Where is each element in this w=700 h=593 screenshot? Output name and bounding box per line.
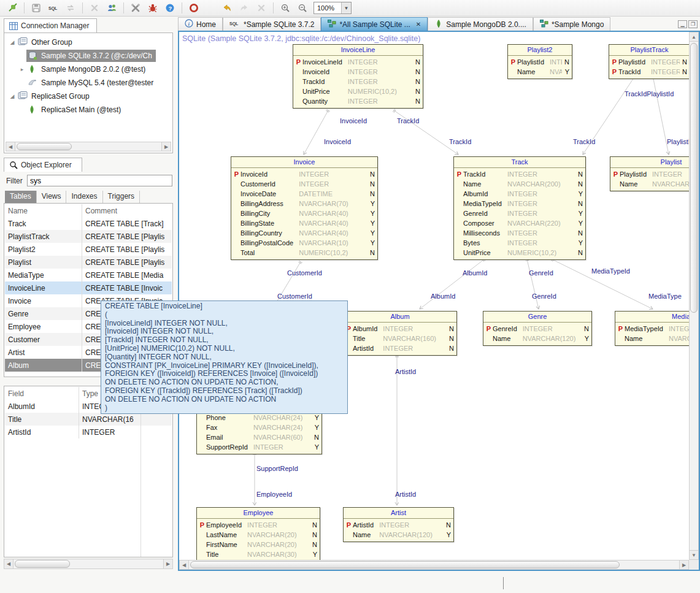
field-row-artistid[interactable]: ArtistIdINTEGER — [5, 426, 172, 438]
tree-item-label: ReplicaSet Main (@test) — [41, 105, 121, 114]
connection-manager-header[interactable]: Connection Manager — [4, 18, 97, 33]
scroll-up-icon[interactable]: ▲ — [690, 33, 698, 42]
column-name: PlaylistId — [517, 57, 544, 67]
table-row-playlist[interactable]: PlaylistCREATE TABLE [Playlis — [5, 256, 172, 269]
entity-invoiceline[interactable]: InvoiceLinePInvoiceLineIdINTEGERNInvoice… — [293, 44, 423, 109]
table-row-playlist2[interactable]: Playlist2CREATE TABLE [Playlis — [5, 243, 172, 256]
redo-icon[interactable] — [237, 1, 252, 15]
zoom-level-select[interactable]: 100% ▼ — [313, 2, 352, 14]
tree-item-other-group[interactable]: ◢Other Group — [6, 36, 171, 49]
entity-genre[interactable]: GenrePGenreIdINTEGERNNameNVARCHAR(120)Y — [483, 311, 592, 346]
svg-text:SQL: SQL — [48, 6, 58, 11]
entity-album[interactable]: AlbumPAlbumIdINTEGERNTitleNVARCHAR(160)N… — [343, 311, 457, 356]
bug-icon[interactable] — [145, 1, 160, 15]
scroll-left-icon[interactable]: ◀ — [180, 560, 189, 569]
tab-views[interactable]: Views — [37, 191, 67, 203]
collapsed-expander-icon[interactable]: ▸ — [18, 66, 26, 72]
chevron-down-icon: ▼ — [341, 2, 351, 13]
entity-artist[interactable]: ArtistPArtistIdINTEGERNNameNVARCHAR(120)… — [343, 507, 454, 542]
scrollbar-thumb[interactable] — [190, 561, 620, 568]
entity-playlisttrack[interactable]: PlaylistTrackPPlaylistIdINTEGERNPTrackId… — [609, 44, 689, 79]
expanded-expander-icon[interactable]: ◢ — [8, 39, 17, 45]
document-tab-home[interactable]: iHome — [178, 17, 223, 31]
object-explorer-title: Object Explorer — [21, 161, 72, 169]
column-header-comment: Comment — [82, 204, 172, 217]
clear-icon[interactable] — [254, 1, 269, 15]
object-explorer-header[interactable]: Object Explorer — [4, 158, 82, 172]
tree-item-replicaset-group[interactable]: ◢ReplicaSet Group — [6, 90, 171, 103]
entity-employee[interactable]: EmployeePEmployeeIdINTEGERNLastNameNVARC… — [196, 507, 320, 560]
tree-item-sample-sqlite-3-7-2-c-dev-ch[interactable]: Sample SQLite 3.7.2 (@c:/dev/Ch — [6, 49, 171, 63]
scrollbar-thumb[interactable] — [15, 560, 70, 568]
zoom-in-icon[interactable] — [278, 1, 293, 15]
entity-playlist2[interactable]: Playlist2PPlaylistIdINTEGERNNameNVARCHAR… — [507, 44, 572, 79]
scrollbar-thumb[interactable] — [690, 43, 698, 313]
entity-columns: PhoneNVARCHAR(24)YFaxNVARCHAR(24)YEmailN… — [197, 411, 321, 454]
scrollbar-thumb[interactable] — [17, 143, 72, 150]
disconnect-icon[interactable] — [87, 1, 102, 15]
help-icon[interactable]: ? — [163, 1, 177, 15]
scrollbar-corner — [689, 560, 699, 570]
entity-invoice[interactable]: InvoicePInvoiceIdINTEGERNCustomerIdINTEG… — [231, 156, 378, 260]
tab-indexes[interactable]: Indexes — [66, 191, 102, 203]
column-name: CustomerId — [240, 179, 293, 189]
left-panel-hscrollbar[interactable]: ◀ ▶ — [4, 559, 173, 569]
column-nullable: N — [680, 67, 687, 77]
tab-triggers[interactable]: Triggers — [103, 191, 140, 203]
tree-item-sample-mysql-5-4-tester-tester[interactable]: Sample MySQL 5.4 (tester@tester — [6, 76, 171, 90]
column-name: Phone — [206, 413, 248, 423]
tools-icon[interactable] — [128, 1, 143, 15]
entity-playlist[interactable]: PlaylistPPlaylistIdINTEGERNNameNVARCHAR(… — [610, 156, 689, 191]
diagram-hscrollbar[interactable]: ◀ ▶ — [179, 560, 689, 570]
entity-columns: PPlaylistIdINTEGERNNameNVARCHAR(120)Y — [610, 168, 689, 191]
column-name: UnitPrice — [463, 248, 502, 258]
column-name: BillingCity — [240, 209, 293, 218]
scroll-down-icon[interactable]: ▼ — [690, 550, 698, 559]
column-nullable: Y — [575, 189, 583, 199]
table-row-mediatype[interactable]: MediaTypeCREATE TABLE [Media — [5, 269, 172, 281]
table-row-invoiceline[interactable]: InvoiceLineCREATE TABLE [Invoic — [5, 281, 172, 294]
pk-spacer — [294, 67, 302, 77]
tab-tables[interactable]: Tables — [5, 191, 37, 203]
entity-mediatype[interactable]: MediaTypePMediaTypeIdINTEGERNNameNVARCHA… — [615, 311, 689, 346]
scroll-left-icon[interactable]: ◀ — [6, 142, 15, 151]
sync-icon[interactable] — [63, 1, 78, 15]
column-name: Bytes — [463, 238, 502, 248]
column-type: INTEGER — [377, 324, 447, 334]
diagram-vscrollbar[interactable]: ▲ ▼ — [689, 32, 699, 560]
document-tab-sample-sqlite-3-7-2[interactable]: SQL*Sample SQLite 3.7.2 — [223, 17, 321, 31]
column-name: AlbumId — [353, 324, 377, 334]
tree-item-replicaset-main-test[interactable]: ReplicaSet Main (@test) — [6, 103, 171, 117]
tree-item-sample-mongodb-2-0-2-test[interactable]: ▸Sample MongoDB 2.0.2 (@test) — [6, 63, 171, 76]
save-icon[interactable] — [29, 1, 44, 15]
undo-icon[interactable] — [220, 1, 234, 15]
connection-tree-hscrollbar[interactable]: ◀ ▶ — [6, 142, 171, 151]
column-nullable: N — [413, 86, 420, 96]
expanded-expander-icon[interactable]: ◢ — [8, 93, 17, 99]
column-nullable: N — [367, 169, 375, 179]
restore-icon[interactable]: ❐ — [688, 20, 698, 28]
scroll-right-icon[interactable]: ▶ — [163, 559, 172, 568]
sql-icon[interactable]: SQL — [46, 1, 61, 15]
filter-input[interactable] — [27, 175, 172, 186]
entity-track[interactable]: TrackPTrackIdINTEGERNNameNVARCHAR(200)NA… — [453, 156, 586, 260]
zoom-out-icon[interactable] — [295, 1, 310, 15]
scroll-right-icon[interactable]: ▶ — [679, 560, 688, 569]
scroll-right-icon[interactable]: ▶ — [161, 142, 171, 151]
entity-columns: PInvoiceLineIdINTEGERNInvoiceIdINTEGERNT… — [293, 56, 423, 108]
document-tab-sample-mongo[interactable]: *Sample Mongo — [533, 17, 610, 31]
minimize-icon[interactable]: ▁ — [678, 20, 687, 28]
close-icon[interactable]: ✕ — [416, 21, 421, 28]
scroll-left-icon[interactable]: ◀ — [4, 559, 13, 568]
document-tab-all-sample-sqlite[interactable]: *All Sample SQLite ...✕ — [321, 17, 428, 31]
er-diagram-canvas[interactable]: SQLite (Sample SQLite 3.7.2, jdbc:sqlite… — [179, 32, 689, 560]
table-row-playlisttrack[interactable]: PlaylistTrackCREATE TABLE [Playlis — [5, 230, 172, 243]
connect-icon[interactable] — [5, 1, 20, 15]
field-row-title[interactable]: TitleNVARCHAR(16 — [5, 413, 172, 426]
column-nullable: Y — [582, 334, 589, 343]
stop-icon[interactable] — [187, 1, 201, 15]
document-tabbar: iHomeSQL*Sample SQLite 3.7.2*All Sample … — [178, 17, 700, 31]
table-row-track[interactable]: TrackCREATE TABLE [Track] — [5, 217, 172, 230]
users-icon[interactable] — [104, 1, 119, 15]
document-tab-sample-mongodb-2-0[interactable]: Sample MongoDB 2.0.... — [428, 17, 533, 31]
